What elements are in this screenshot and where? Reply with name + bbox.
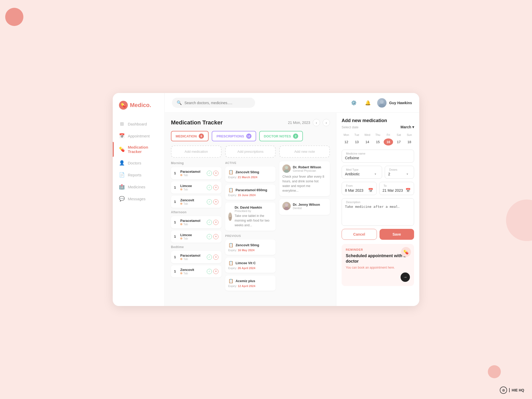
next-date-button[interactable]: › [323, 119, 330, 126]
cal-day-15[interactable]: 15 [373, 138, 382, 145]
med-num: 1 [174, 200, 178, 204]
appointment-icon: 📅 [119, 133, 125, 139]
doctor-notes-column: Add new note Dr. Robert Wilson General P… [279, 145, 330, 293]
add-medication-button[interactable]: Add medication [171, 145, 222, 158]
med-check-button[interactable]: ✓ [207, 185, 212, 190]
doctor-avatar [282, 202, 291, 210]
tab-prescriptions-badge: 12 [246, 134, 251, 139]
cal-day-14[interactable]: 14 [363, 138, 372, 145]
brand-logo-icon: ◎ [500, 387, 507, 394]
med-actions: ✓ ✕ [207, 199, 218, 204]
med-delete-button[interactable]: ✕ [213, 171, 218, 176]
tab-prescriptions-label: PRESCRIPTIONS [216, 134, 244, 138]
save-button[interactable]: Save [380, 229, 414, 240]
tab-medication[interactable]: MEDICATION 6 [171, 131, 209, 141]
svg-point-5 [284, 170, 289, 173]
notifications-button[interactable]: 🔔 [363, 98, 373, 108]
cal-day-header: Tue [352, 132, 361, 137]
med-delete-button[interactable]: ✕ [213, 234, 218, 239]
cal-day-13[interactable]: 13 [352, 138, 361, 145]
reminder-arrow-button[interactable]: → [401, 272, 410, 282]
to-date[interactable]: 21 Mar 2023 📅 [383, 188, 411, 193]
sidebar-item-messages[interactable]: 💬 Messages [113, 193, 161, 205]
med-type-label: Med Type [345, 168, 360, 171]
sidebar-item-label: Medicines [128, 185, 145, 189]
table-row: 1 Zencovit Tab ✓ ✕ [171, 265, 222, 277]
sidebar-item-reports[interactable]: 📄 Reports [113, 169, 161, 181]
med-num: 1 [174, 171, 178, 175]
med-check-button[interactable]: ✓ [207, 255, 212, 260]
tab-doctor-notes[interactable]: DOCTOR NOTES 2 [259, 131, 303, 141]
date-label: 21 Mon, 2023 [288, 121, 310, 125]
search-bar[interactable]: 🔍 [172, 98, 255, 108]
add-prescriptions-button[interactable]: Add prescriptions [225, 145, 276, 158]
content: Medication Tracker 21 Mon, 2023 ‹ › MEDI… [165, 113, 419, 306]
search-input[interactable] [184, 101, 250, 105]
sidebar-item-medication-tracker[interactable]: 💊 Medication Tracker [113, 142, 161, 157]
header: 🔍 ⚙️ 🔔 Guy Hawkins [165, 93, 419, 113]
to-date-value: 21 Mar 2023 [383, 188, 403, 192]
user-info[interactable]: Guy Hawkins [377, 98, 412, 108]
cal-day-17[interactable]: 17 [394, 138, 403, 145]
doctor-avatar [228, 212, 232, 221]
med-check-button[interactable]: ✓ [207, 199, 212, 204]
user-name: Guy Hawkins [389, 101, 412, 105]
settings-button[interactable]: ⚙️ [349, 98, 358, 108]
active-label: Active [225, 161, 276, 164]
med-delete-button[interactable]: ✕ [213, 199, 218, 204]
medicine-name-field: Medicine name [342, 150, 414, 163]
med-check-button[interactable]: ✓ [207, 234, 212, 239]
from-date[interactable]: 8 Mar 2023 📅 [345, 188, 373, 193]
svg-point-1 [379, 104, 385, 108]
sidebar-item-appointment[interactable]: 📅 Appointment [113, 130, 161, 142]
footer-brand: ◎ HIE HQ [500, 387, 524, 394]
list-item: Dr. Jenny Wilson Dentist [279, 199, 330, 215]
tab-medication-badge: 6 [199, 134, 204, 139]
med-check-button[interactable]: ✓ [207, 171, 212, 176]
cal-day-header: Sun [405, 132, 414, 137]
reminder-icon: 💊 [401, 247, 411, 257]
list-item: 📋 Limcee Vit C Expiry: 26 April 2024 [225, 257, 276, 273]
doses-select[interactable]: 2 1 3 [388, 172, 411, 176]
sidebar-item-label: Dashboard [128, 122, 147, 126]
tracker-area: Medication Tracker 21 Mon, 2023 ‹ › MEDI… [165, 113, 336, 306]
cancel-button[interactable]: Cancel [342, 229, 377, 240]
cal-day-16[interactable]: 16 [384, 138, 393, 145]
sidebar-item-doctors[interactable]: 👤 Doctors [113, 157, 161, 169]
note-text: Check your fever after every 8 hours, an… [282, 174, 327, 193]
cal-day-18[interactable]: 18 [405, 138, 414, 145]
cal-day-header: Thu [373, 132, 382, 137]
prescriptions-column: Add prescriptions Active 📋 Zencovit 50mg… [225, 145, 276, 293]
search-icon: 🔍 [177, 100, 182, 105]
med-delete-button[interactable]: ✕ [213, 255, 218, 260]
bedtime-label: Bedtime [171, 245, 222, 249]
sidebar-item-medicines[interactable]: 🏥 Medicines [113, 181, 161, 193]
med-delete-button[interactable]: ✕ [213, 220, 218, 225]
tab-prescriptions[interactable]: PRESCRIPTIONS 12 [212, 131, 256, 141]
cal-day-header: Sat [394, 132, 403, 137]
med-check-button[interactable]: ✓ [207, 269, 212, 274]
prev-date-button[interactable]: ‹ [313, 119, 320, 126]
afternoon-label: Afternoon [171, 210, 222, 214]
med-delete-button[interactable]: ✕ [213, 185, 218, 190]
note-text: Take one tablet in the morning with food… [235, 214, 272, 228]
calendar-header: Select date March ▾ [342, 125, 414, 129]
med-delete-button[interactable]: ✕ [213, 269, 218, 274]
sidebar-item-dashboard[interactable]: ⊞ Dashboard [113, 118, 161, 130]
header-right: ⚙️ 🔔 Guy Hawkins [349, 98, 412, 108]
med-check-button[interactable]: ✓ [207, 220, 212, 225]
presc-name: Paracetamol 650mg [236, 188, 267, 192]
previous-label: Previous [225, 234, 276, 237]
doctor-spec: Dentist [293, 207, 320, 210]
med-type-select[interactable]: Antibiotic Painkiller Vitamin [345, 172, 379, 176]
month-select[interactable]: March ▾ [401, 125, 414, 129]
description-textarea[interactable]: Take medicine after a meal. [345, 204, 411, 222]
medicine-name-input[interactable] [345, 156, 411, 160]
cal-day-12[interactable]: 12 [342, 138, 351, 145]
messages-icon: 💬 [119, 196, 125, 202]
svg-point-2 [229, 215, 231, 217]
medicine-name-group: Medicine name [342, 150, 414, 163]
from-label: From [345, 184, 354, 187]
add-note-button[interactable]: Add new note [279, 145, 330, 158]
doctor-name: Dr. Robert Wilson [293, 165, 321, 169]
